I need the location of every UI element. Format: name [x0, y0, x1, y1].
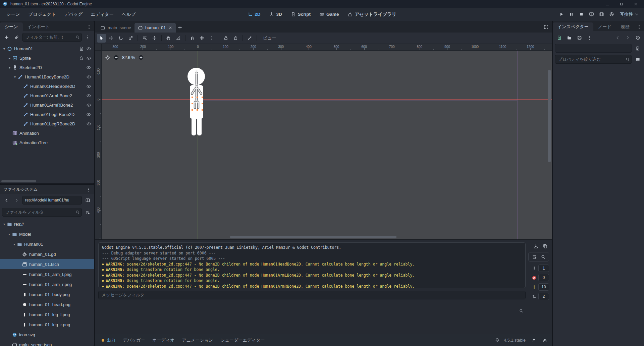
scene-node-row[interactable]: ▸Sprite	[0, 53, 94, 63]
expander-arrow[interactable]: ▾	[2, 222, 6, 226]
scene-dock-menu-button[interactable]	[85, 22, 93, 31]
close-tab-icon[interactable]	[168, 26, 172, 30]
fs-forward-button[interactable]	[12, 196, 21, 205]
file-row[interactable]: human_01_head.png	[0, 299, 94, 309]
new-resource-button[interactable]	[555, 33, 564, 42]
inspector-tab-0[interactable]: インスペクター	[553, 22, 593, 31]
inspector-tab-1[interactable]: ノード	[593, 22, 616, 31]
play-button[interactable]	[557, 10, 566, 19]
pause-button[interactable]	[567, 10, 576, 19]
scale-tool[interactable]	[126, 34, 135, 43]
file-row[interactable]: ▾Model	[0, 229, 94, 239]
horizontal-ruler[interactable]: -300-200-1000100200300400500600700800900…	[102, 44, 552, 51]
script-toggle-button[interactable]	[79, 46, 84, 51]
output-filter-input[interactable]	[98, 291, 526, 299]
canvas-viewport[interactable]: 82.6 %	[102, 51, 552, 239]
scene-tab-0[interactable]: main_scene	[97, 23, 135, 33]
expand-bottom-panel-button[interactable]	[541, 336, 548, 345]
warning-count-toggle[interactable]: 10	[528, 283, 549, 291]
scene-node-row[interactable]: Human01LegLBone2D	[0, 110, 94, 119]
zoom-in-button[interactable]	[138, 55, 144, 60]
menu-item-2[interactable]: デバッグ	[60, 9, 86, 19]
vertical-ruler[interactable]: -1000100200300400	[95, 51, 102, 239]
eye-toggle-button[interactable]	[86, 103, 91, 108]
bottom-panel-tab-2[interactable]: オーディオ	[149, 335, 178, 345]
file-row[interactable]: human_01_arm_l.png	[0, 269, 94, 279]
workspace-tab-0[interactable]: 2D	[244, 10, 264, 18]
list-select-tool[interactable]	[140, 34, 149, 43]
workspace-tab-3[interactable]: Game	[316, 10, 342, 18]
menu-item-0[interactable]: シーン	[3, 9, 24, 19]
copy-log-button[interactable]	[541, 242, 549, 250]
error-count-toggle[interactable]: 0	[528, 274, 549, 281]
file-row[interactable]: human_01_leg_l.png	[0, 309, 94, 320]
zoom-reset-button[interactable]: 82.6 %	[122, 55, 135, 60]
inspector-tab-2[interactable]: 履歴	[616, 22, 634, 31]
scene-dock-tab-1[interactable]: インポート	[23, 22, 54, 31]
resource-options-button[interactable]	[585, 33, 594, 42]
ruler-tool[interactable]	[174, 34, 183, 43]
view-menu-button[interactable]: ビュー	[259, 34, 280, 43]
file-row[interactable]: human_01_leg_r.png	[0, 320, 94, 330]
file-row[interactable]: human_01_body.png	[0, 289, 94, 299]
eye-toggle-button[interactable]	[86, 112, 91, 117]
scene-node-row[interactable]: AnimationTree	[0, 138, 94, 147]
pivot-tool[interactable]	[150, 34, 159, 43]
fs-path-input[interactable]	[22, 196, 82, 205]
skeleton-options-menu[interactable]	[245, 34, 254, 43]
inspector-filter-input[interactable]	[555, 55, 632, 64]
scene-filter-input[interactable]	[22, 33, 82, 42]
file-row[interactable]: main_scene.tscn	[0, 340, 94, 346]
expander-arrow[interactable]: ▾	[7, 232, 11, 236]
inspector-menu-button[interactable]	[635, 22, 643, 31]
scene-tab-1[interactable]: human_01	[135, 23, 175, 33]
collapse-duplicates-button[interactable]	[530, 253, 538, 261]
eye-toggle-button[interactable]	[86, 46, 91, 51]
select-tool[interactable]	[97, 34, 106, 43]
scene-node-row[interactable]: ▾Skeleton2D	[0, 63, 94, 72]
search-log-button[interactable]	[539, 253, 547, 261]
unlock-selection-button[interactable]	[231, 34, 240, 43]
eye-toggle-button[interactable]	[86, 74, 91, 79]
pin-bottom-panel-button[interactable]	[530, 336, 537, 345]
movie-maker-button[interactable]	[607, 10, 616, 19]
workspace-tab-1[interactable]: 3D	[266, 10, 285, 18]
fs-split-view-button[interactable]	[83, 196, 92, 205]
scene-node-row[interactable]: Animation	[0, 128, 94, 138]
scene-node-row[interactable]: ▾Human01	[0, 44, 94, 53]
filesystem-options-button[interactable]	[84, 185, 93, 194]
history-back-button[interactable]	[613, 33, 622, 42]
minimize-button[interactable]	[602, 0, 613, 7]
play-scene-button[interactable]	[587, 10, 596, 19]
expander-arrow[interactable]: ▾	[12, 242, 16, 246]
eye-toggle-button[interactable]	[86, 65, 91, 70]
distraction-free-button[interactable]	[542, 22, 550, 31]
version-label[interactable]: 4.5.1.stable	[504, 338, 526, 343]
save-log-button[interactable]	[532, 242, 540, 250]
fs-back-button[interactable]	[2, 196, 11, 205]
scene-node-row[interactable]: Human01LegRBone2D	[0, 119, 94, 128]
new-scene-tab-button[interactable]	[176, 23, 184, 32]
notification-bell-icon[interactable]	[495, 338, 500, 343]
output-log[interactable]: Godot Engine v4.5.1.stable.official (c) …	[98, 242, 526, 288]
file-row[interactable]: human_01_arm_r.png	[0, 279, 94, 289]
grid-snap-toggle[interactable]	[198, 34, 207, 43]
menu-item-4[interactable]: ヘルプ	[118, 9, 139, 19]
menu-item-3[interactable]: エディター	[87, 9, 117, 19]
property-options-button[interactable]	[633, 55, 642, 64]
open-documentation-button[interactable]	[633, 44, 642, 53]
move-tool[interactable]	[107, 34, 116, 43]
eye-toggle-button[interactable]	[86, 121, 91, 126]
bottom-panel-tab-1[interactable]: デバッガー	[119, 335, 148, 345]
fs-sort-button[interactable]	[83, 208, 92, 217]
rotate-tool[interactable]	[116, 34, 125, 43]
scene-node-row[interactable]: ▾Human01BodyBone2D	[0, 72, 94, 81]
menu-item-1[interactable]: プロジェクト	[24, 9, 60, 19]
close-button[interactable]	[630, 0, 641, 7]
snap-options-menu[interactable]	[207, 34, 216, 43]
workspace-tab-2[interactable]: Script	[287, 10, 314, 18]
file-row[interactable]: ▾Human01	[0, 239, 94, 249]
scrollbar-thumb[interactable]	[1, 180, 36, 182]
file-row[interactable]: icon.svg	[0, 330, 94, 340]
edit-history-button[interactable]	[633, 33, 642, 42]
